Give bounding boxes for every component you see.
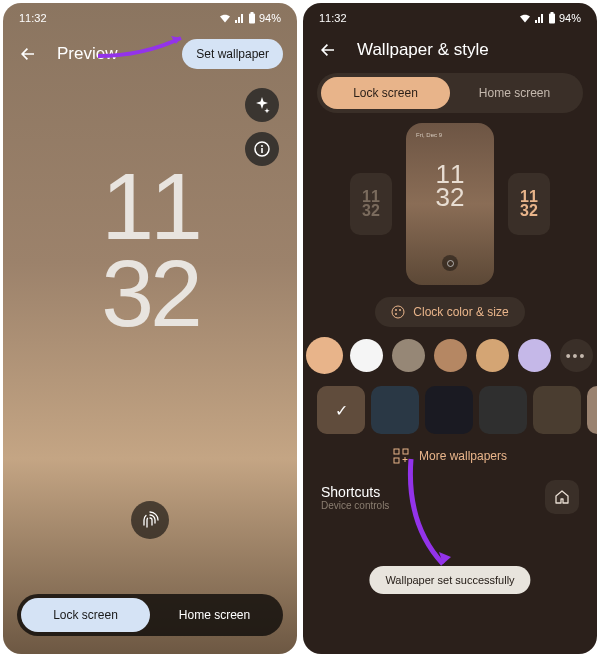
svg-rect-12 [394, 449, 399, 454]
surface-tabs: Lock screen Home screen [317, 73, 583, 113]
info-button[interactable] [245, 132, 279, 166]
tab-home-screen[interactable]: Home screen [150, 598, 279, 632]
wallpaper-thumbnail[interactable] [371, 386, 419, 434]
battery-icon [548, 12, 556, 24]
svg-point-3 [261, 145, 263, 147]
color-swatch[interactable] [350, 339, 383, 372]
back-arrow-icon [318, 40, 338, 60]
battery-pct: 94% [559, 12, 581, 24]
fingerprint-indicator[interactable] [131, 501, 169, 539]
home-shortcut-button[interactable] [545, 480, 579, 514]
color-swatch[interactable] [476, 339, 509, 372]
wallpaper-thumbnail[interactable] [425, 386, 473, 434]
tab-lock-screen[interactable]: Lock screen [21, 598, 150, 632]
shortcuts-title: Shortcuts [321, 484, 389, 500]
svg-rect-6 [550, 12, 553, 14]
svg-rect-0 [249, 14, 255, 24]
effects-button[interactable] [245, 88, 279, 122]
status-icons: 94% [519, 12, 581, 24]
screen-title: Preview [57, 44, 164, 64]
lock-clock: 11 32 [101, 163, 199, 338]
svg-point-10 [399, 309, 401, 311]
svg-point-9 [395, 309, 397, 311]
wallpaper-thumbnail[interactable] [479, 386, 527, 434]
shortcuts-subtitle: Device controls [321, 500, 389, 511]
wallpaper-thumbnail[interactable] [533, 386, 581, 434]
svg-rect-13 [403, 449, 408, 454]
status-bar: 11:32 94% [303, 3, 597, 33]
clock-style-option-left[interactable]: 1132 [350, 173, 392, 235]
mini-date: Fri, Dec 9 [416, 132, 442, 138]
wallpaper-thumbnail[interactable] [587, 386, 597, 434]
mini-fingerprint [442, 255, 458, 271]
status-icons: 94% [219, 12, 281, 24]
svg-rect-1 [250, 12, 253, 14]
signal-icon [234, 13, 245, 24]
app-bar: Wallpaper & style [303, 33, 597, 67]
color-swatch[interactable] [308, 339, 341, 372]
home-icon [554, 489, 570, 505]
signal-icon [534, 13, 545, 24]
fingerprint-icon [140, 510, 160, 530]
mini-clock: 11 32 [436, 163, 465, 210]
preview-screen: 11:32 94% Preview Set wallpaper 11 32 Lo… [3, 3, 297, 654]
app-bar: Preview Set wallpaper [3, 33, 297, 75]
back-button[interactable] [17, 43, 39, 65]
clock-color-size-button[interactable]: Clock color & size [375, 297, 524, 327]
color-swatch[interactable] [518, 339, 551, 372]
svg-point-7 [447, 260, 453, 266]
wallpaper-preview[interactable]: Fri, Dec 9 11 32 [406, 123, 494, 285]
clock-style-option-right[interactable]: 1132 [508, 173, 550, 235]
tab-home-screen[interactable]: Home screen [450, 77, 579, 109]
set-wallpaper-button[interactable]: Set wallpaper [182, 39, 283, 69]
svg-rect-5 [549, 14, 555, 24]
status-bar: 11:32 94% [3, 3, 297, 33]
status-time: 11:32 [19, 12, 47, 24]
shortcuts-section[interactable]: Shortcuts Device controls [303, 474, 597, 520]
svg-point-8 [392, 306, 404, 318]
sparkle-icon [254, 97, 270, 113]
palette-icon [391, 305, 405, 319]
more-wallpapers-button[interactable]: More wallpapers [317, 448, 583, 464]
wifi-icon [519, 13, 531, 24]
battery-pct: 94% [259, 12, 281, 24]
tab-lock-screen[interactable]: Lock screen [321, 77, 450, 109]
wifi-icon [219, 13, 231, 24]
wallpaper-thumbnail[interactable] [317, 386, 365, 434]
fab-group [245, 88, 279, 166]
clock-minutes: 32 [101, 250, 199, 337]
svg-point-11 [395, 313, 397, 315]
wallpaper-style-screen: 11:32 94% Wallpaper & style Lock screen … [303, 3, 597, 654]
back-arrow-icon [18, 44, 38, 64]
preview-tabs: Lock screen Home screen [17, 594, 283, 636]
color-swatch[interactable] [434, 339, 467, 372]
more-colors-button[interactable]: ••• [560, 339, 593, 372]
clock-hours: 11 [101, 163, 199, 250]
color-swatches: ••• [303, 339, 597, 372]
info-icon [254, 141, 270, 157]
grid-icon [393, 448, 409, 464]
svg-rect-14 [394, 458, 399, 463]
color-swatch[interactable] [392, 339, 425, 372]
status-time: 11:32 [319, 12, 347, 24]
wallpaper-thumbnails [303, 386, 597, 434]
battery-icon [248, 12, 256, 24]
toast-message: Wallpaper set successfully [369, 566, 530, 594]
screen-title: Wallpaper & style [357, 40, 583, 60]
clock-style-preview-row: 1132 Fri, Dec 9 11 32 1132 [303, 123, 597, 285]
back-button[interactable] [317, 39, 339, 61]
svg-rect-4 [261, 148, 263, 153]
